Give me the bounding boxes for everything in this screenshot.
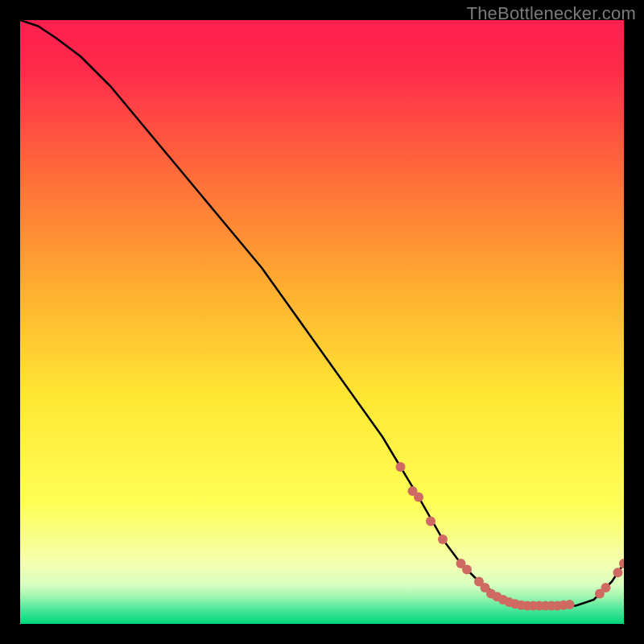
chart-background	[20, 20, 624, 624]
chart-svg	[20, 20, 624, 624]
attribution-text: TheBottlenecker.com	[467, 3, 636, 24]
curve-marker	[426, 517, 436, 526]
curve-marker	[462, 565, 472, 575]
curve-marker	[414, 493, 423, 502]
curve-marker	[565, 600, 575, 609]
chart-plot-area	[20, 20, 624, 624]
curve-marker	[601, 583, 611, 592]
curve-marker	[396, 462, 406, 472]
curve-marker	[613, 568, 623, 577]
curve-marker	[438, 535, 448, 544]
chart-stage: TheBottlenecker.com	[0, 0, 644, 644]
